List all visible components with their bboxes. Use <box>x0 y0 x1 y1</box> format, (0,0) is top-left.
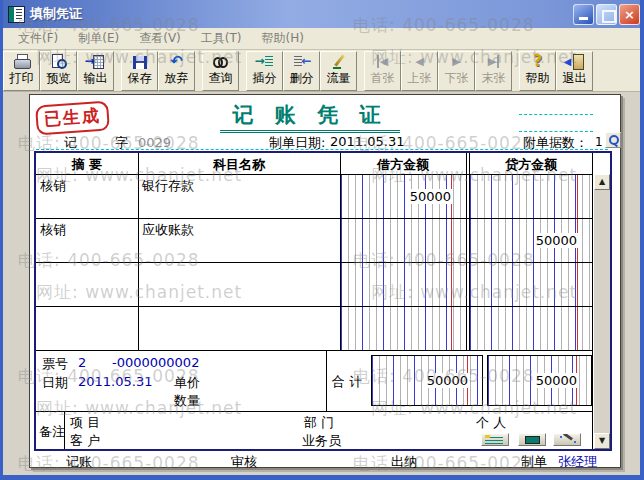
insert-split-button[interactable]: 插分 <box>246 51 283 91</box>
maximize-button <box>596 4 617 25</box>
ticket-no-value[interactable]: 2 <box>78 355 86 370</box>
maker-label: 制单 <box>521 453 547 471</box>
audit-label: 审核 <box>231 453 257 471</box>
header-debit: 借方金额 <box>340 156 466 174</box>
minimize-button[interactable] <box>573 4 594 25</box>
grid-line <box>466 153 467 350</box>
sparkle-icon <box>574 441 576 443</box>
person-label[interactable]: 个 人 <box>476 414 506 432</box>
voucher-number[interactable]: 0029 <box>138 135 171 150</box>
next-voucher-label: 下张 <box>445 71 469 85</box>
row-summary[interactable]: 核销 <box>40 177 66 195</box>
ticket-date-value[interactable]: 2011.05.31 <box>78 374 152 389</box>
flow-label: 流量 <box>327 71 351 85</box>
row-credit-amount[interactable]: 50000 <box>535 233 578 248</box>
remark-label: 备注 <box>39 423 65 441</box>
grid-line <box>36 174 593 175</box>
save-button[interactable]: 保存 <box>121 51 158 91</box>
attachments-count[interactable]: 1 <box>595 135 603 149</box>
pen-icon <box>330 54 348 69</box>
customer-label[interactable]: 客 户 <box>70 432 100 450</box>
made-date-label: 制单日期: <box>269 134 325 152</box>
printer-icon <box>13 54 31 69</box>
voucher-word-suffix: 字 <box>115 134 128 152</box>
header-credit: 贷方金额 <box>470 156 592 174</box>
grid-line <box>36 218 593 219</box>
preview-icon <box>50 54 68 69</box>
menu-voucher[interactable]: 制单(E) <box>68 28 129 49</box>
menu-help[interactable]: 帮助(H) <box>252 28 314 49</box>
ticket-no-value2[interactable]: -0000000002 <box>112 355 199 370</box>
help-label: 帮助 <box>526 71 550 85</box>
scroll-down-icon[interactable]: ▼ <box>594 433 610 449</box>
total-debit-amount: 50000 <box>426 373 469 388</box>
prev-page-icon <box>411 54 429 69</box>
note-flag-button[interactable] <box>481 433 509 446</box>
export-button[interactable]: 输出 <box>77 51 114 91</box>
dashed-field-line <box>519 131 593 132</box>
header-summary: 摘 要 <box>36 156 138 174</box>
wand-icon <box>563 433 573 441</box>
dashed-field-line <box>519 114 593 115</box>
binoculars-icon <box>212 54 230 69</box>
next-page-icon <box>448 54 466 69</box>
close-button[interactable]: × <box>619 4 640 25</box>
grid-line <box>340 153 341 350</box>
delete-split-button[interactable]: 删分 <box>283 51 320 91</box>
made-date-value[interactable]: 2011.05.31 <box>330 134 404 149</box>
grid-line <box>138 153 139 350</box>
exit-button[interactable]: 退出 <box>556 51 593 91</box>
grid-line <box>469 153 470 350</box>
note-lines-icon <box>485 437 503 444</box>
title-bar[interactable]: 填制凭证 × <box>0 0 644 28</box>
row-account[interactable]: 应收账款 <box>142 221 194 239</box>
magic-wand-button[interactable] <box>553 433 581 446</box>
grid-line <box>36 262 593 263</box>
first-page-icon <box>374 54 392 69</box>
voucher-form: 已生成 记 账 凭 证 记 字 0029 制单日期: 2011.05.31 附单… <box>29 94 621 468</box>
row-account[interactable]: 银行存款 <box>142 177 194 195</box>
scroll-up-icon[interactable]: ▲ <box>594 174 610 190</box>
export-label: 输出 <box>84 71 108 85</box>
flow-button[interactable]: 流量 <box>320 51 357 91</box>
department-label[interactable]: 部 门 <box>304 414 334 432</box>
menu-file[interactable]: 文件(F) <box>8 28 68 49</box>
ticket-date-label: 日期 <box>42 374 68 392</box>
attachment-magnifier-button[interactable] <box>605 132 621 148</box>
first-voucher-button: 首张 <box>364 51 401 91</box>
prev-voucher-label: 上张 <box>408 71 432 85</box>
app-window: 填制凭证 × 文件(F) 制单(E) 查看(V) 工具(T) 帮助(H) 打印 … <box>0 0 644 480</box>
delete-row-icon <box>293 54 311 69</box>
discard-button[interactable]: 放弃 <box>158 51 195 91</box>
attachments-label: 附单据数： <box>523 134 588 152</box>
vertical-scrollbar[interactable]: ▲ ▼ <box>594 174 610 449</box>
window-title: 填制凭证 <box>30 5 82 23</box>
project-label[interactable]: 项 目 <box>70 414 100 432</box>
print-button[interactable]: 打印 <box>3 51 40 91</box>
client-area: 已生成 记 账 凭 证 记 字 0029 制单日期: 2011.05.31 附单… <box>0 92 644 475</box>
row-debit-amount[interactable]: 50000 <box>409 189 452 204</box>
preview-button[interactable]: 预览 <box>40 51 77 91</box>
row-summary[interactable]: 核销 <box>40 221 66 239</box>
salesman-label[interactable]: 业务员 <box>302 432 341 450</box>
menu-view[interactable]: 查看(V) <box>129 28 191 49</box>
export-icon <box>87 54 105 69</box>
toolbar: 打印 预览 输出 保存 放弃 查询 插分 删分 流量 首张 上张 下张 末张 帮… <box>0 50 644 92</box>
screen-icon <box>525 436 540 444</box>
last-voucher-label: 末张 <box>482 71 506 85</box>
total-credit-amount: 50000 <box>535 373 578 388</box>
delete-split-label: 删分 <box>290 71 314 85</box>
voucher-title: 记 账 凭 证 <box>220 101 400 133</box>
grid-line <box>326 350 327 411</box>
grid-line <box>36 411 593 412</box>
menu-tools[interactable]: 工具(T) <box>191 28 252 49</box>
ticket-no-label: 票号 <box>42 355 68 373</box>
maker-name[interactable]: 张经理 <box>558 453 597 471</box>
sparkle-icon <box>560 436 562 438</box>
query-button[interactable]: 查询 <box>202 51 239 91</box>
help-button[interactable]: 帮助 <box>519 51 556 91</box>
query-label: 查询 <box>209 71 233 85</box>
display-button[interactable] <box>518 433 546 446</box>
unit-price-label: 单价 <box>174 374 200 392</box>
print-label: 打印 <box>10 71 34 85</box>
